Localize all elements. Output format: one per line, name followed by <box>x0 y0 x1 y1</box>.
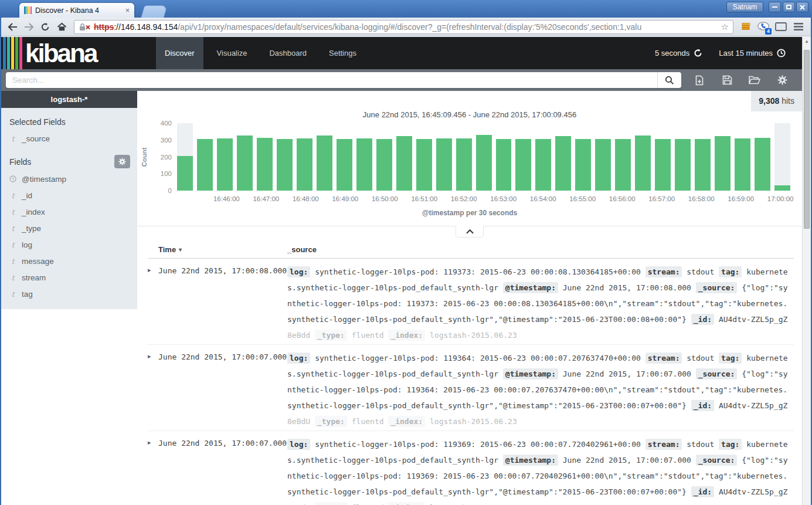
cast-extension-button[interactable] <box>772 19 790 35</box>
histogram-bar[interactable] <box>297 138 312 191</box>
expand-row-icon[interactable]: ▸ <box>148 350 158 431</box>
histogram-bar[interactable] <box>376 139 392 191</box>
y-tick-label: 100 <box>152 170 172 177</box>
expand-row-icon[interactable]: ▸ <box>148 264 158 344</box>
histogram-bar[interactable] <box>496 139 512 191</box>
histogram-bar[interactable] <box>217 138 233 191</box>
new-search-button[interactable] <box>694 74 705 86</box>
field-item-message[interactable]: tmessage <box>9 253 130 269</box>
sort-descending-icon[interactable]: ▾ <box>179 246 182 253</box>
save-search-button[interactable] <box>721 74 733 86</box>
histogram-bar[interactable] <box>715 136 731 191</box>
histogram-bar[interactable] <box>257 138 273 191</box>
field-item-id[interactable]: t_id <box>9 187 130 204</box>
index-pattern[interactable]: logstash-* <box>1 91 137 108</box>
histogram-bar[interactable] <box>356 138 372 191</box>
histogram-bar[interactable] <box>337 139 352 191</box>
voice-extension-button[interactable]: 4 <box>755 19 772 35</box>
histogram-slot <box>297 123 312 191</box>
window-maximize-button[interactable] <box>783 2 795 12</box>
scrollbar-thumb[interactable] <box>804 50 810 229</box>
extension-notes-button[interactable] <box>737 19 755 35</box>
histogram-bar[interactable] <box>396 136 412 191</box>
nav-link-settings[interactable]: Settings <box>320 37 365 69</box>
row-time: June 22nd 2015, 17:00:07.000 <box>158 350 287 431</box>
row-source[interactable]: log: synthetic-logger-10lps-pod: 119364:… <box>287 350 794 431</box>
new-tab-button[interactable] <box>141 5 168 18</box>
scrollbar-up-arrow-icon[interactable]: ▲ <box>803 37 811 46</box>
time-column-header[interactable]: Time ▾ <box>148 245 287 254</box>
field-badge: _type: <box>315 330 347 341</box>
histogram-bar[interactable] <box>436 138 452 191</box>
histogram-bar[interactable] <box>735 138 750 191</box>
row-source[interactable]: log: synthetic-logger-10lps-pod: 119369:… <box>287 436 794 505</box>
field-item-tag[interactable]: ttag <box>9 286 130 302</box>
refresh-interval-button[interactable]: 5 seconds <box>655 49 702 57</box>
histogram-bar[interactable] <box>277 139 293 191</box>
time-range-button[interactable]: Last 15 minutes <box>719 49 786 57</box>
search-input[interactable] <box>6 72 657 88</box>
discover-actions <box>694 74 797 86</box>
histogram-bar[interactable] <box>237 135 253 191</box>
histogram-slot <box>476 123 492 191</box>
row-source[interactable]: log: synthetic-logger-10lps-pod: 119373:… <box>287 264 794 344</box>
histogram-bar[interactable] <box>774 185 790 191</box>
histogram-bar[interactable] <box>515 139 531 191</box>
histogram-slot <box>715 123 731 191</box>
back-button[interactable] <box>5 19 20 35</box>
settings-button[interactable] <box>776 74 788 86</box>
histogram-bar[interactable] <box>615 139 631 191</box>
field-item-index[interactable]: t_index <box>9 204 130 220</box>
page-scrollbar[interactable]: ▲ <box>802 37 811 505</box>
histogram-bar[interactable] <box>555 136 571 191</box>
field-item-timestamp[interactable]: @timestamp <box>9 171 130 187</box>
nav-link-visualize[interactable]: Visualize <box>208 37 256 69</box>
window-close-button[interactable] <box>796 2 808 12</box>
histogram-slot <box>595 123 611 191</box>
search-submit-button[interactable] <box>657 72 681 88</box>
home-button[interactable] <box>54 19 69 35</box>
tab-close-icon[interactable]: × <box>123 6 130 15</box>
histogram-bar[interactable] <box>655 139 671 191</box>
field-item-source[interactable]: t_source <box>9 130 130 147</box>
expand-row-icon[interactable]: ▸ <box>148 436 158 505</box>
histogram-bar[interactable] <box>635 135 651 191</box>
cast-icon <box>775 22 787 31</box>
x-tick-label: 16:50:00 <box>372 195 398 202</box>
histogram-bar[interactable] <box>575 139 591 191</box>
histogram-bar[interactable] <box>177 156 193 191</box>
histogram-bar[interactable] <box>456 138 472 191</box>
field-item-stream[interactable]: tstream <box>9 269 130 286</box>
histogram-bar[interactable] <box>317 135 332 191</box>
string-field-icon: t <box>9 257 16 266</box>
open-folder-icon <box>749 76 760 84</box>
x-tick-label: 16:57:00 <box>648 195 675 202</box>
histogram-bar[interactable] <box>476 135 492 191</box>
histogram-bar[interactable] <box>535 139 551 191</box>
histogram-bar[interactable] <box>675 139 691 191</box>
histogram-bar[interactable] <box>595 139 611 191</box>
browser-tab[interactable]: Discover - Kibana 4 × <box>19 3 134 18</box>
histogram-bar[interactable] <box>755 138 770 191</box>
field-item-log[interactable]: tlog <box>9 236 130 253</box>
field-settings-button[interactable] <box>114 155 130 168</box>
field-name: stream <box>22 273 46 282</box>
url-bar[interactable]: https://146.148.94.154/api/v1/proxy/name… <box>74 20 733 34</box>
histogram-bar[interactable] <box>416 139 432 191</box>
broken-https-lock-icon <box>79 23 91 31</box>
field-item-type[interactable]: t_type <box>9 220 130 236</box>
kibana-favicon <box>24 6 32 14</box>
open-search-button[interactable] <box>749 74 760 86</box>
reload-button[interactable] <box>38 19 53 35</box>
histogram-bar[interactable] <box>695 139 711 191</box>
nav-link-dashboard[interactable]: Dashboard <box>260 37 315 69</box>
browser-profile-button[interactable]: Satnam <box>726 2 763 12</box>
histogram-bar[interactable] <box>197 139 213 191</box>
table-row: ▸June 22nd 2015, 17:00:08.000log: synthe… <box>148 259 794 345</box>
window-minimize-button[interactable] <box>769 2 781 12</box>
bookmark-star-icon[interactable]: ☆ <box>719 22 729 32</box>
collapse-chart-button[interactable] <box>456 226 484 238</box>
nav-link-discover[interactable]: Discover <box>156 37 203 69</box>
browser-menu-button[interactable] <box>790 19 807 35</box>
forward-button[interactable] <box>21 19 36 35</box>
